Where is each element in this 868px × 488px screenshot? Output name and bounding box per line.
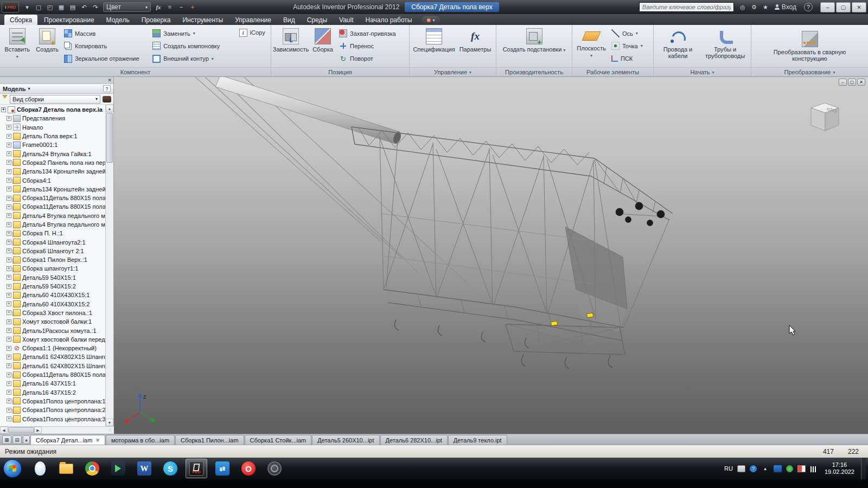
rotate-button[interactable]: Поворот	[337, 53, 403, 64]
tree-item[interactable]: + Деталь134 Кронштейн задней к	[0, 167, 106, 176]
copy-button[interactable]: Копировать	[62, 41, 149, 52]
tree-item[interactable]: + Сборка11Деталь 880X15 пола н	[0, 202, 106, 211]
replace-button[interactable]: Заменить▾	[151, 28, 235, 39]
browser-help-icon[interactable]: ?	[103, 85, 111, 92]
tree-item[interactable]: + Хомут хвостовой балки:1	[0, 317, 106, 326]
language-indicator[interactable]: RU	[724, 465, 733, 472]
icopy-button[interactable]: iCopy	[238, 27, 269, 38]
action-center-icon[interactable]	[797, 465, 806, 472]
show-hidden-icons-chevron[interactable]: ▴	[761, 465, 769, 472]
app-logo-icon[interactable]: IPRO	[2, 2, 19, 12]
expand-icon[interactable]: +	[7, 408, 11, 413]
tree-item[interactable]: + Хомут хвостовой балки передн	[0, 335, 106, 344]
browser-close-icon[interactable]: ✕	[107, 78, 112, 83]
document-tab[interactable]: Деталь9 текло.ipt	[448, 435, 507, 445]
pattern-button[interactable]: Массив	[62, 28, 149, 39]
ribbon-tab-Начало работы[interactable]: Начало работы	[360, 15, 418, 25]
tree-item[interactable]: + Сборка П. Н.:1	[0, 229, 106, 237]
expand-icon[interactable]: +	[7, 240, 11, 245]
constrain-button[interactable]: Зависимость	[273, 27, 308, 66]
open-file-icon[interactable]: ◰	[44, 2, 55, 12]
cascade-windows-icon[interactable]: ▤	[12, 435, 22, 444]
save-icon[interactable]: ▦	[56, 2, 67, 12]
tree-item[interactable]: + Сборка3 Хвост пилона.:1	[0, 309, 106, 317]
print-icon[interactable]: ▤	[67, 2, 78, 12]
expand-icon[interactable]: +	[7, 337, 11, 342]
component-group-caption[interactable]: Компонент	[0, 67, 271, 76]
tree-item[interactable]: + Деталь59 540X15:2	[0, 282, 106, 291]
work-features-group-caption[interactable]: Рабочие элементы	[572, 67, 653, 76]
ribbon-tab-Vault[interactable]: Vault	[334, 15, 359, 25]
taskbar-browser[interactable]	[81, 459, 103, 478]
expand-icon[interactable]: +	[7, 134, 11, 139]
scroll-right-icon[interactable]: ▶	[34, 427, 42, 434]
expand-icon[interactable]: +	[7, 319, 11, 324]
minus-icon[interactable]: −	[176, 2, 187, 12]
add-icon[interactable]: +	[187, 2, 198, 12]
vertical-scroll-thumb[interactable]	[106, 113, 113, 163]
expand-icon[interactable]: +	[7, 373, 11, 377]
expand-icon[interactable]: +	[7, 275, 11, 280]
expand-icon[interactable]: +	[7, 213, 11, 218]
tree-item[interactable]: + Деталь60 410X430X15:2	[0, 300, 106, 309]
tree-item[interactable]: + Деталь1Раскосы хомута.:1	[0, 326, 106, 335]
start-button[interactable]	[3, 459, 22, 478]
document-close-button[interactable]: ✕	[857, 79, 865, 86]
expand-icon[interactable]: +	[7, 310, 11, 315]
expand-icon[interactable]: +	[7, 328, 11, 333]
document-tab[interactable]: моторама в сбо...iam	[106, 435, 175, 445]
expand-icon[interactable]: +	[7, 160, 11, 165]
move-button[interactable]: Перенос	[337, 41, 403, 52]
expand-icon[interactable]: +	[7, 346, 11, 351]
search-input[interactable]	[639, 2, 734, 12]
document-tab[interactable]: Деталь5 260X10...ipt	[312, 435, 379, 445]
tree-item[interactable]: + Сборка4 Шпангоута2:1	[0, 237, 106, 246]
tree-item[interactable]: + Сборка1Полоз центроплана:2	[0, 406, 106, 414]
tree-item[interactable]: + Деталь60 410X430X15:1	[0, 291, 106, 299]
tree-item[interactable]: + Сборка шпангоут1:1	[0, 264, 106, 273]
ribbon-tab-Среды[interactable]: Среды	[302, 15, 333, 25]
tree-item[interactable]: + Деталь59 540X15:1	[0, 273, 106, 282]
close-tab-icon[interactable]: ✕	[95, 438, 100, 443]
tree-item[interactable]: + Деталь61 624X802X15 Шпангоу	[0, 362, 106, 370]
shrinkwrap-button[interactable]: Внешний контур▾	[151, 53, 235, 64]
create-substitutes-button[interactable]: Создать подстановки ▾	[502, 27, 567, 66]
expand-icon[interactable]: +	[7, 222, 11, 227]
scroll-up-icon[interactable]: ▲	[106, 105, 113, 112]
expand-icon[interactable]: +	[7, 196, 11, 201]
taskbar-skype[interactable]: S	[159, 459, 181, 478]
bom-button[interactable]: Спецификация	[412, 27, 456, 66]
ribbon-tab-Проверка[interactable]: Проверка	[136, 15, 176, 25]
expand-icon[interactable]: +	[7, 293, 11, 298]
tree-item[interactable]: + Сборка11Деталь 880X15 пола н	[0, 370, 106, 379]
tree-item[interactable]: + Сборка11Деталь 880X15 пола н	[0, 194, 106, 202]
help-tray-icon[interactable]: ?	[750, 465, 757, 472]
filter-icon[interactable]	[2, 95, 8, 101]
tree-item[interactable]: + Сборка1Полоз центроплана:1	[0, 397, 106, 406]
tree-item[interactable]: + Сборка4:1	[0, 176, 106, 184]
document-maximize-button[interactable]: ▢	[848, 79, 856, 86]
assemble-button[interactable]: Сборка	[310, 27, 336, 66]
expand-icon[interactable]: +	[7, 248, 11, 253]
taskbar-media-player[interactable]	[107, 459, 129, 478]
expand-icon[interactable]: +	[7, 143, 11, 147]
tree-item[interactable]: + Деталь16 437X15:1	[0, 379, 106, 388]
ribbon-display-options-icon[interactable]: ▾	[422, 16, 440, 24]
expand-icon[interactable]: +	[7, 204, 11, 209]
document-tab[interactable]: Сборка1 Стойк...iam	[245, 435, 312, 445]
taskbar-inventor[interactable]: PRO	[186, 459, 207, 478]
fx-icon[interactable]: fx	[153, 2, 164, 12]
network-icon[interactable]	[810, 465, 818, 472]
help-icon[interactable]: ?	[804, 3, 813, 11]
tile-windows-icon[interactable]: ▦	[2, 435, 11, 444]
tree-item[interactable]: + Деталь4 Втулка педального мех	[0, 211, 106, 220]
panel-grip[interactable]: ∷	[109, 427, 114, 434]
taskbar-quick-launch[interactable]	[29, 459, 51, 478]
browser-header[interactable]: Модель▾ ?	[0, 84, 113, 94]
expand-icon[interactable]: +	[7, 116, 11, 121]
tree-item[interactable]: + Frame0001:1	[0, 140, 106, 149]
ucs-button[interactable]: ПСК	[610, 53, 650, 64]
create-component-button[interactable]: Создать	[34, 27, 61, 66]
undo-icon[interactable]: ↶	[79, 2, 90, 12]
clock[interactable]: 17:16 19.02.2022	[825, 461, 854, 476]
